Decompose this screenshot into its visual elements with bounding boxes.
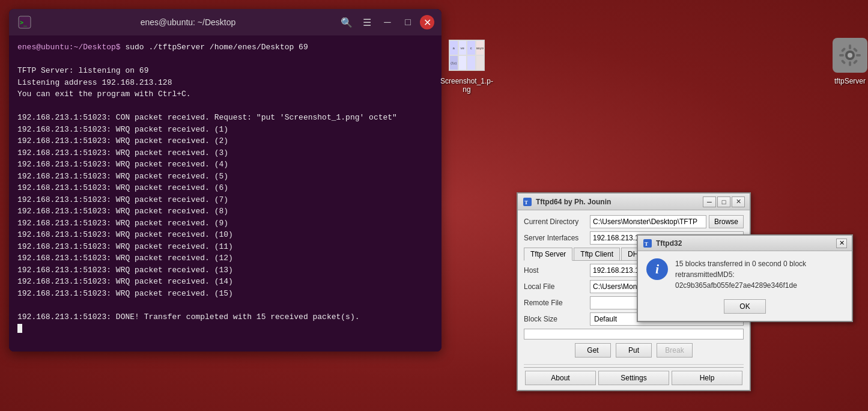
tab-tftp-server[interactable]: Tftp Server: [524, 248, 572, 261]
tftpd64-maximize-button[interactable]: □: [717, 196, 730, 207]
tftpserver-desktop-icon[interactable]: tftpServer: [823, 37, 868, 87]
terminal-menu-button[interactable]: ☰: [359, 14, 375, 31]
terminal-controls: 🔍 ☰ ─ □ ✕: [338, 14, 434, 31]
tftpd32-dialog: T Tftpd32 ✕ i 15 blocks transferred in 0…: [637, 234, 853, 322]
server-interfaces-label: Server Interfaces: [524, 234, 590, 242]
info-icon: i: [646, 258, 668, 280]
tftpd32-titlebar: T Tftpd32 ✕: [638, 236, 852, 251]
svg-rect-10: [853, 47, 858, 52]
break-button[interactable]: Break: [657, 343, 693, 358]
help-button[interactable]: Help: [672, 371, 742, 385]
terminal-output: enes@ubuntu:~/Desktop$ sudo ./tftpServer…: [17, 41, 433, 335]
remote-file-label: Remote File: [524, 299, 590, 307]
local-file-label: Local File: [524, 282, 590, 291]
svg-rect-4: [849, 44, 851, 49]
browse-button[interactable]: Browse: [709, 215, 744, 228]
screenshot-icon-image: a ve c rasyor (3,c): [449, 37, 485, 73]
tftpd32-title-icon: T: [643, 239, 652, 248]
svg-rect-5: [849, 61, 851, 66]
terminal-search-button[interactable]: 🔍: [338, 14, 355, 31]
tftpd32-title-text: Tftpd32: [656, 239, 836, 248]
host-label: Host: [524, 266, 590, 275]
svg-text:T: T: [524, 199, 528, 206]
terminal-titlebar: >_ enes@ubuntu: ~/Desktop 🔍 ☰ ─ □ ✕: [9, 9, 442, 35]
footer-buttons: About Settings Help: [524, 367, 744, 385]
dialog-info-row: i 15 blocks transferred in 0 second 0 bl…: [646, 258, 843, 291]
tftpd64-minimize-button[interactable]: ─: [703, 196, 716, 207]
screenshot-thumbnail: a ve c rasyor (3,c): [449, 40, 485, 71]
svg-rect-11: [841, 59, 846, 64]
terminal-close-button[interactable]: ✕: [420, 15, 434, 29]
tab-tftp-client[interactable]: Tftp Client: [574, 248, 620, 260]
about-button[interactable]: About: [525, 371, 596, 385]
svg-rect-6: [839, 54, 844, 56]
screenshot-icon-label: Screenshot_1.p-ng: [438, 76, 496, 95]
svg-rect-7: [856, 54, 861, 56]
gear-icon: [833, 38, 867, 73]
svg-text:>_: >_: [20, 19, 28, 26]
tftpd64-title-text: Tftpd64 by Ph. Jounin: [536, 198, 702, 206]
terminal-body: enes@ubuntu:~/Desktop$ sudo ./tftpServer…: [9, 35, 442, 352]
current-directory-label: Current Directory: [524, 218, 590, 226]
tftpserver-icon-label: tftpServer: [832, 76, 868, 87]
tftpd64-close-button[interactable]: ✕: [732, 196, 745, 207]
progress-bar: [524, 329, 744, 339]
dialog-ok-button[interactable]: OK: [724, 299, 766, 314]
current-directory-input[interactable]: [590, 215, 706, 228]
block-size-label: Block Size: [524, 315, 590, 323]
action-buttons: Get Put Break: [524, 343, 744, 358]
put-button[interactable]: Put: [616, 343, 652, 358]
tftpd64-titlebar: T Tftpd64 by Ph. Jounin ─ □ ✕: [518, 193, 750, 210]
tftpd64-title-icon: T: [523, 197, 532, 207]
tftpd32-close-button[interactable]: ✕: [836, 239, 847, 248]
terminal-icon: >_: [16, 14, 33, 31]
screenshot-desktop-icon[interactable]: a ve c rasyor (3,c) Screenshot_1.p-ng: [440, 37, 494, 95]
settings-button[interactable]: Settings: [598, 371, 669, 385]
svg-point-3: [848, 53, 852, 58]
svg-rect-9: [853, 59, 858, 64]
terminal-minimize-button[interactable]: ─: [379, 14, 396, 31]
get-button[interactable]: Get: [575, 343, 611, 358]
tftpd32-dialog-body: i 15 blocks transferred in 0 second 0 bl…: [638, 251, 852, 321]
dialog-message: 15 blocks transferred in 0 second 0 bloc…: [675, 258, 843, 291]
tftpserver-icon-image: [832, 37, 868, 73]
svg-rect-8: [841, 47, 846, 52]
terminal-title: enes@ubuntu: ~/Desktop: [38, 17, 338, 27]
terminal-window: >_ enes@ubuntu: ~/Desktop 🔍 ☰ ─ □ ✕ enes…: [9, 9, 442, 352]
svg-text:T: T: [645, 241, 648, 247]
terminal-maximize-button[interactable]: □: [399, 14, 416, 31]
current-directory-row: Current Directory Browse: [524, 215, 744, 228]
